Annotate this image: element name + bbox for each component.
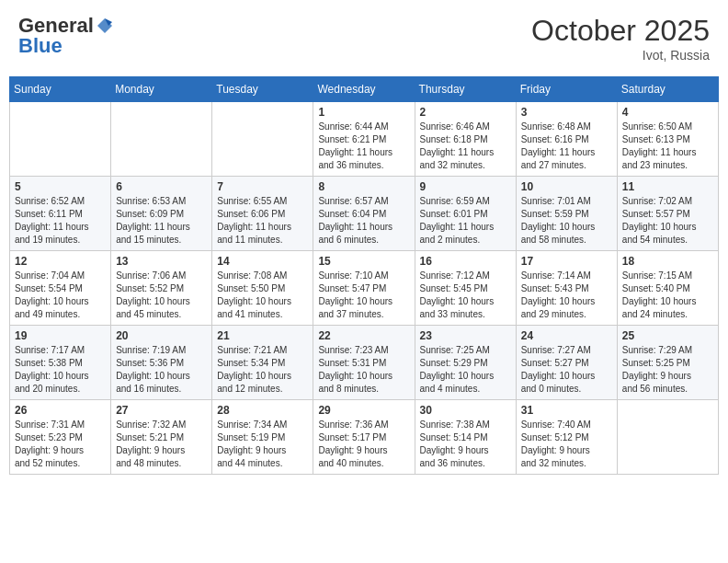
calendar-cell: 9Sunrise: 6:59 AM Sunset: 6:01 PM Daylig…	[415, 177, 516, 251]
day-number: 8	[318, 180, 409, 193]
day-number: 25	[622, 329, 713, 342]
calendar-header-tuesday: Tuesday	[212, 77, 313, 102]
page-header: General Blue October 2025 Ivot, Russia	[9, 9, 719, 67]
day-info: Sunrise: 7:04 AM Sunset: 5:54 PM Dayligh…	[15, 270, 106, 321]
day-number: 29	[318, 404, 409, 417]
calendar-cell	[617, 400, 718, 475]
day-info: Sunrise: 6:48 AM Sunset: 6:16 PM Dayligh…	[521, 121, 612, 172]
day-number: 15	[318, 255, 409, 268]
calendar-cell: 25Sunrise: 7:29 AM Sunset: 5:25 PM Dayli…	[617, 326, 718, 400]
calendar-cell: 11Sunrise: 7:02 AM Sunset: 5:57 PM Dayli…	[617, 177, 718, 251]
day-number: 11	[622, 180, 713, 193]
calendar-cell: 16Sunrise: 7:12 AM Sunset: 5:45 PM Dayli…	[415, 251, 516, 326]
day-info: Sunrise: 6:46 AM Sunset: 6:18 PM Dayligh…	[420, 121, 511, 172]
day-info: Sunrise: 7:38 AM Sunset: 5:14 PM Dayligh…	[420, 419, 511, 470]
day-number: 20	[116, 329, 207, 342]
day-number: 1	[318, 106, 409, 119]
calendar-cell: 30Sunrise: 7:38 AM Sunset: 5:14 PM Dayli…	[415, 400, 516, 475]
calendar-cell: 23Sunrise: 7:25 AM Sunset: 5:29 PM Dayli…	[415, 326, 516, 400]
calendar-cell: 4Sunrise: 6:50 AM Sunset: 6:13 PM Daylig…	[617, 102, 718, 177]
day-number: 4	[622, 106, 713, 119]
day-number: 21	[217, 329, 308, 342]
calendar-cell: 13Sunrise: 7:06 AM Sunset: 5:52 PM Dayli…	[111, 251, 212, 326]
day-info: Sunrise: 7:31 AM Sunset: 5:23 PM Dayligh…	[15, 419, 106, 470]
calendar-cell: 3Sunrise: 6:48 AM Sunset: 6:16 PM Daylig…	[516, 102, 617, 177]
day-number: 19	[15, 329, 106, 342]
calendar-week-row: 5Sunrise: 6:52 AM Sunset: 6:11 PM Daylig…	[10, 177, 719, 251]
day-info: Sunrise: 6:44 AM Sunset: 6:21 PM Dayligh…	[318, 121, 409, 172]
day-info: Sunrise: 7:40 AM Sunset: 5:12 PM Dayligh…	[521, 419, 612, 470]
day-info: Sunrise: 7:06 AM Sunset: 5:52 PM Dayligh…	[116, 270, 207, 321]
calendar-cell: 15Sunrise: 7:10 AM Sunset: 5:47 PM Dayli…	[313, 251, 415, 326]
calendar-header-thursday: Thursday	[415, 77, 516, 102]
day-number: 17	[521, 255, 612, 268]
calendar-cell: 24Sunrise: 7:27 AM Sunset: 5:27 PM Dayli…	[516, 326, 617, 400]
day-info: Sunrise: 7:29 AM Sunset: 5:25 PM Dayligh…	[622, 344, 713, 396]
day-info: Sunrise: 6:53 AM Sunset: 6:09 PM Dayligh…	[116, 195, 207, 247]
day-number: 3	[521, 106, 612, 119]
calendar-week-row: 12Sunrise: 7:04 AM Sunset: 5:54 PM Dayli…	[10, 251, 719, 326]
calendar-cell	[212, 102, 313, 177]
calendar-header-row: SundayMondayTuesdayWednesdayThursdayFrid…	[10, 77, 719, 102]
day-info: Sunrise: 7:34 AM Sunset: 5:19 PM Dayligh…	[217, 419, 308, 470]
day-number: 31	[521, 404, 612, 417]
calendar-week-row: 26Sunrise: 7:31 AM Sunset: 5:23 PM Dayli…	[10, 400, 719, 475]
calendar-header-monday: Monday	[111, 77, 212, 102]
day-info: Sunrise: 7:32 AM Sunset: 5:21 PM Dayligh…	[116, 419, 207, 470]
day-number: 28	[217, 404, 308, 417]
calendar-cell: 29Sunrise: 7:36 AM Sunset: 5:17 PM Dayli…	[313, 400, 415, 475]
calendar-cell: 6Sunrise: 6:53 AM Sunset: 6:09 PM Daylig…	[111, 177, 212, 251]
month-title: October 2025	[531, 14, 710, 48]
day-number: 27	[116, 404, 207, 417]
calendar-cell: 31Sunrise: 7:40 AM Sunset: 5:12 PM Dayli…	[516, 400, 617, 475]
calendar-cell: 17Sunrise: 7:14 AM Sunset: 5:43 PM Dayli…	[516, 251, 617, 326]
calendar-cell: 22Sunrise: 7:23 AM Sunset: 5:31 PM Dayli…	[313, 326, 415, 400]
calendar-cell: 18Sunrise: 7:15 AM Sunset: 5:40 PM Dayli…	[617, 251, 718, 326]
svg-marker-0	[97, 18, 112, 33]
day-number: 23	[420, 329, 511, 342]
day-number: 14	[217, 255, 308, 268]
calendar-cell: 14Sunrise: 7:08 AM Sunset: 5:50 PM Dayli…	[212, 251, 313, 326]
day-info: Sunrise: 7:23 AM Sunset: 5:31 PM Dayligh…	[318, 344, 409, 396]
calendar-cell: 5Sunrise: 6:52 AM Sunset: 6:11 PM Daylig…	[10, 177, 111, 251]
day-info: Sunrise: 7:19 AM Sunset: 5:36 PM Dayligh…	[116, 344, 207, 396]
day-number: 2	[420, 106, 511, 119]
day-info: Sunrise: 6:59 AM Sunset: 6:01 PM Dayligh…	[420, 195, 511, 247]
title-block: October 2025 Ivot, Russia	[531, 14, 710, 63]
day-number: 9	[420, 180, 511, 193]
day-info: Sunrise: 7:08 AM Sunset: 5:50 PM Dayligh…	[217, 270, 308, 321]
calendar-cell: 1Sunrise: 6:44 AM Sunset: 6:21 PM Daylig…	[313, 102, 415, 177]
calendar-cell: 27Sunrise: 7:32 AM Sunset: 5:21 PM Dayli…	[111, 400, 212, 475]
day-info: Sunrise: 7:17 AM Sunset: 5:38 PM Dayligh…	[15, 344, 106, 396]
calendar-cell: 10Sunrise: 7:01 AM Sunset: 5:59 PM Dayli…	[516, 177, 617, 251]
day-info: Sunrise: 7:14 AM Sunset: 5:43 PM Dayligh…	[521, 270, 612, 321]
day-info: Sunrise: 7:01 AM Sunset: 5:59 PM Dayligh…	[521, 195, 612, 247]
day-number: 10	[521, 180, 612, 193]
calendar-header-friday: Friday	[516, 77, 617, 102]
day-info: Sunrise: 7:15 AM Sunset: 5:40 PM Dayligh…	[622, 270, 713, 321]
day-info: Sunrise: 7:21 AM Sunset: 5:34 PM Dayligh…	[217, 344, 308, 396]
calendar-cell	[10, 102, 111, 177]
day-info: Sunrise: 6:57 AM Sunset: 6:04 PM Dayligh…	[318, 195, 409, 247]
calendar-cell: 7Sunrise: 6:55 AM Sunset: 6:06 PM Daylig…	[212, 177, 313, 251]
calendar-cell: 12Sunrise: 7:04 AM Sunset: 5:54 PM Dayli…	[10, 251, 111, 326]
calendar-week-row: 1Sunrise: 6:44 AM Sunset: 6:21 PM Daylig…	[10, 102, 719, 177]
day-number: 18	[622, 255, 713, 268]
day-number: 24	[521, 329, 612, 342]
day-info: Sunrise: 6:52 AM Sunset: 6:11 PM Dayligh…	[15, 195, 106, 247]
day-number: 13	[116, 255, 207, 268]
day-number: 6	[116, 180, 207, 193]
day-info: Sunrise: 7:27 AM Sunset: 5:27 PM Dayligh…	[521, 344, 612, 396]
day-info: Sunrise: 7:25 AM Sunset: 5:29 PM Dayligh…	[420, 344, 511, 396]
day-number: 30	[420, 404, 511, 417]
day-number: 5	[15, 180, 106, 193]
day-info: Sunrise: 7:12 AM Sunset: 5:45 PM Dayligh…	[420, 270, 511, 321]
location-subtitle: Ivot, Russia	[531, 48, 710, 63]
calendar-header-saturday: Saturday	[617, 77, 718, 102]
calendar-week-row: 19Sunrise: 7:17 AM Sunset: 5:38 PM Dayli…	[10, 326, 719, 400]
calendar-cell: 19Sunrise: 7:17 AM Sunset: 5:38 PM Dayli…	[10, 326, 111, 400]
day-info: Sunrise: 7:36 AM Sunset: 5:17 PM Dayligh…	[318, 419, 409, 470]
logo: General Blue	[18, 14, 114, 58]
day-number: 7	[217, 180, 308, 193]
calendar-cell	[111, 102, 212, 177]
